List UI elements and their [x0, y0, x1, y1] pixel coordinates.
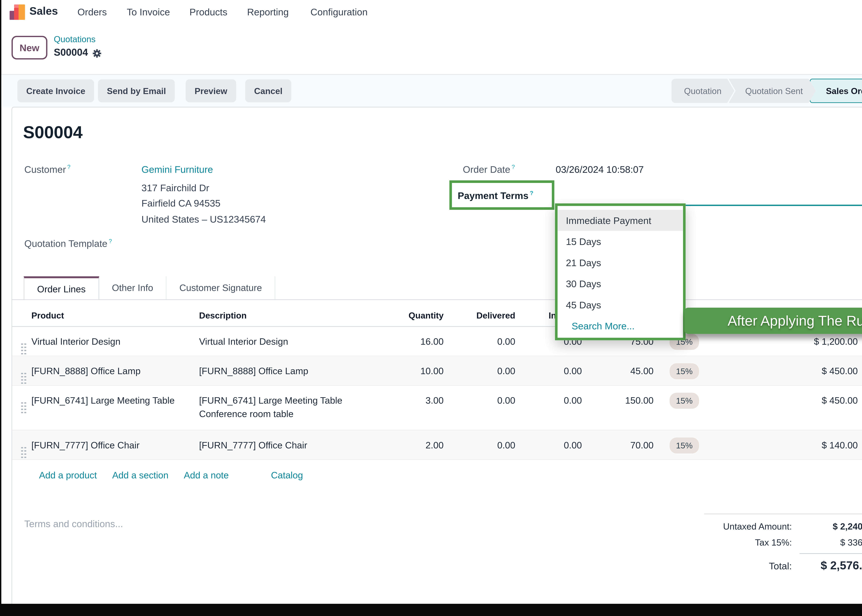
- tax-value: $ 336.00: [806, 537, 862, 547]
- menu-to-invoice[interactable]: To Invoice: [127, 6, 170, 17]
- cell-quantity[interactable]: 2.00: [386, 439, 444, 452]
- app-window: Sales Orders To Invoice Products Reporti…: [0, 0, 862, 616]
- status-quotation[interactable]: Quotation: [671, 79, 734, 103]
- cell-delivered[interactable]: 0.00: [444, 365, 515, 378]
- screenshot-border: [0, 0, 1, 616]
- cell-amount: $ 1,200.00: [715, 335, 858, 349]
- help-icon: ?: [67, 164, 71, 170]
- quotation-template-label: Quotation Template?: [24, 238, 112, 249]
- tax-badge[interactable]: 15%: [670, 393, 699, 409]
- drag-handle-icon[interactable]: [21, 343, 23, 345]
- cell-amount: $ 450.00: [715, 365, 858, 378]
- drag-handle-icon[interactable]: [21, 402, 23, 404]
- cell-product[interactable]: Virtual Interior Design: [32, 335, 199, 349]
- cell-unit-price[interactable]: 45.00: [582, 365, 654, 378]
- new-button[interactable]: New: [11, 36, 47, 60]
- odoo-sales-logo-icon: [9, 4, 26, 20]
- table-row: [FURN_6741] Large Meeting Table [FURN_67…: [12, 386, 862, 431]
- help-icon: ?: [512, 164, 515, 170]
- app-menu-sales[interactable]: Sales: [30, 5, 58, 18]
- menu-reporting[interactable]: Reporting: [247, 6, 289, 17]
- order-date-label: Order Date?: [463, 164, 515, 174]
- cell-description[interactable]: [FURN_8888] Office Lamp: [199, 365, 386, 378]
- cell-unit-price[interactable]: 70.00: [582, 439, 654, 452]
- catalog-link[interactable]: Catalog: [271, 470, 303, 488]
- menu-configuration[interactable]: Configuration: [310, 6, 367, 17]
- untaxed-value: $ 2,240.00: [806, 521, 862, 531]
- send-by-email-button[interactable]: Send by Email: [98, 79, 175, 102]
- table-footer-links: Add a product Add a section Add a note C…: [12, 460, 862, 488]
- cell-description[interactable]: [FURN_6741] Large Meeting TableConferenc…: [199, 394, 386, 421]
- untaxed-label: Untaxed Amount:: [723, 521, 792, 531]
- header-delivered[interactable]: Delivered: [444, 309, 515, 322]
- add-product-link[interactable]: Add a product: [39, 470, 97, 488]
- status-quotation-sent[interactable]: Quotation Sent: [728, 79, 816, 103]
- annotation-badge: After Applying The Rule: [684, 308, 862, 334]
- cell-invoiced[interactable]: 0.00: [515, 439, 582, 452]
- cell-quantity[interactable]: 16.00: [386, 335, 444, 349]
- header-product[interactable]: Product: [32, 309, 199, 322]
- menu-orders[interactable]: Orders: [77, 6, 107, 17]
- drag-handle-icon[interactable]: [21, 447, 23, 448]
- tab-order-lines[interactable]: Order Lines: [24, 276, 99, 299]
- customer-address-line: United States – US12345674: [142, 214, 266, 225]
- breadcrumb-current: S00004: [54, 47, 88, 58]
- payment-terms-dropdown: Immediate Payment 15 Days 21 Days 30 Day…: [555, 203, 686, 340]
- tax-label: Tax 15%:: [755, 537, 792, 547]
- create-invoice-button[interactable]: Create Invoice: [17, 79, 94, 102]
- payment-terms-label: Payment Terms?: [458, 190, 533, 201]
- preview-button[interactable]: Preview: [186, 79, 236, 102]
- cell-product[interactable]: [FURN_8888] Office Lamp: [32, 365, 199, 378]
- terms-placeholder[interactable]: Terms and conditions...: [24, 518, 123, 529]
- add-note-link[interactable]: Add a note: [184, 470, 229, 488]
- cell-amount: $ 140.00: [715, 439, 858, 452]
- cell-quantity[interactable]: 10.00: [386, 365, 444, 378]
- help-icon: ?: [530, 190, 533, 196]
- tax-badge[interactable]: 15%: [670, 363, 699, 379]
- cell-product[interactable]: [FURN_6741] Large Meeting Table: [32, 394, 199, 407]
- cell-amount: $ 450.00: [715, 394, 858, 407]
- screenshot-border: [0, 604, 862, 616]
- dropdown-option-immediate-payment[interactable]: Immediate Payment: [558, 210, 683, 231]
- gear-icon[interactable]: [92, 49, 102, 58]
- tax-badge[interactable]: 15%: [670, 438, 699, 454]
- total-value: $ 2,576.00: [806, 559, 862, 572]
- table-row: [FURN_7777] Office Chair [FURN_7777] Off…: [12, 431, 862, 460]
- cell-delivered[interactable]: 0.00: [444, 439, 515, 452]
- cell-delivered[interactable]: 0.00: [444, 335, 515, 349]
- customer-address-line: 317 Fairchild Dr: [142, 182, 209, 193]
- help-icon: ?: [109, 238, 112, 244]
- tab-other-info[interactable]: Other Info: [99, 276, 167, 299]
- drag-handle-icon[interactable]: [21, 372, 23, 374]
- total-label: Total:: [769, 560, 792, 571]
- customer-address-line: Fairfield CA 94535: [142, 198, 221, 209]
- cell-invoiced[interactable]: 0.00: [515, 365, 582, 378]
- table-row: [FURN_8888] Office Lamp [FURN_8888] Offi…: [12, 356, 862, 386]
- cell-unit-price[interactable]: 150.00: [582, 394, 654, 407]
- dropdown-option-15-days[interactable]: 15 Days: [558, 231, 683, 252]
- dropdown-option-21-days[interactable]: 21 Days: [558, 252, 683, 273]
- cell-product[interactable]: [FURN_7777] Office Chair: [32, 439, 199, 452]
- cell-quantity[interactable]: 3.00: [386, 394, 444, 407]
- cell-description[interactable]: [FURN_7777] Office Chair: [199, 439, 386, 452]
- customer-value[interactable]: Gemini Furniture: [142, 164, 213, 174]
- search-more-link[interactable]: Search More...: [558, 316, 683, 336]
- menu-products[interactable]: Products: [189, 6, 227, 17]
- order-date-value[interactable]: 03/26/2024 10:58:07: [556, 164, 644, 174]
- cell-description[interactable]: Virtual Interior Design: [199, 335, 386, 349]
- cell-delivered[interactable]: 0.00: [444, 394, 515, 407]
- cell-invoiced[interactable]: 0.00: [515, 394, 582, 407]
- header-description[interactable]: Description: [199, 309, 386, 322]
- cancel-button[interactable]: Cancel: [245, 79, 292, 102]
- add-section-link[interactable]: Add a section: [112, 470, 169, 488]
- tab-customer-signature[interactable]: Customer Signature: [167, 276, 275, 299]
- breadcrumb-quotations[interactable]: Quotations: [54, 35, 96, 44]
- dropdown-option-45-days[interactable]: 45 Days: [558, 294, 683, 316]
- statusbar: Quotation Quotation Sent Sales Order: [671, 79, 862, 103]
- status-sales-order[interactable]: Sales Order: [810, 79, 862, 103]
- dropdown-option-30-days[interactable]: 30 Days: [558, 273, 683, 294]
- order-title: S00004: [23, 123, 83, 143]
- customer-label: Customer?: [24, 164, 71, 174]
- totals-block: Untaxed Amount:$ 2,240.00 Tax 15%:$ 336.…: [704, 514, 862, 578]
- header-quantity[interactable]: Quantity: [386, 309, 444, 322]
